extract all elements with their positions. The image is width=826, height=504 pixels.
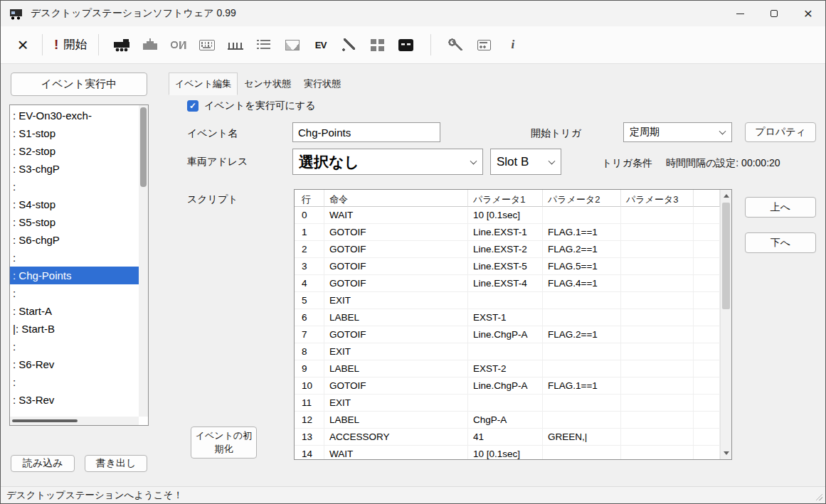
event-listbox: : EV-On30-exch-: S1-stop: S2-stop: S3-ch… — [9, 104, 149, 426]
vehicle-address-select[interactable]: 選択なし — [292, 149, 483, 175]
event-list-item[interactable]: : Chg-Points — [10, 267, 139, 284]
script-row[interactable]: 7GOTOIFLine.ChgP-AFLAG.2==1 — [295, 326, 720, 343]
script-col-header[interactable]: パラメータ3 — [621, 190, 694, 207]
script-col-header[interactable]: パラメータ1 — [468, 190, 543, 207]
keyboard-icon[interactable] — [196, 34, 218, 55]
stop-button[interactable]: × — [11, 33, 35, 57]
event-name-input[interactable] — [292, 122, 440, 142]
script-cell: ACCESSORY — [324, 429, 468, 446]
vehicle-address-label: 車両アドレス — [187, 156, 248, 168]
slot-select[interactable]: Slot B — [490, 149, 561, 175]
event-list-item[interactable]: : S3-Rev — [10, 391, 139, 409]
script-cell — [621, 309, 694, 326]
image-icon[interactable] — [281, 34, 303, 55]
enable-event-checkbox[interactable] — [187, 100, 198, 112]
script-cell: 8 — [295, 343, 324, 360]
minimize-button[interactable] — [723, 1, 757, 26]
script-row[interactable]: 2GOTOIFLine.EXST-2FLAG.2==1 — [295, 241, 720, 258]
script-cell: GOTOIF — [324, 377, 468, 395]
event-list-hscrollbar[interactable] — [10, 417, 139, 425]
event-list-item[interactable]: : S6-Rev — [10, 355, 139, 373]
scrollbar-thumb[interactable] — [722, 203, 730, 309]
script-cell: 14 — [295, 446, 324, 459]
start-trigger-select[interactable]: 定周期 — [623, 122, 732, 142]
resize-grip[interactable] — [815, 493, 822, 500]
event-list-item[interactable]: |: Start-B — [10, 320, 139, 338]
script-row[interactable]: 13ACCESSORY41GREEN,| — [295, 429, 720, 446]
event-list-item[interactable]: : — [10, 373, 139, 391]
list-icon[interactable] — [253, 34, 275, 55]
event-running-button[interactable]: イベント実行中 — [11, 73, 147, 96]
script-cell: WAIT — [324, 207, 468, 224]
ev-icon[interactable]: EV — [309, 34, 332, 55]
event-list-item[interactable]: : S2-stop — [10, 142, 139, 160]
script-cell: LABEL — [324, 412, 468, 429]
script-row[interactable]: 3GOTOIFLine.EXST-5FLAG.5==1 — [295, 258, 720, 275]
start-label: 開始 — [63, 37, 87, 53]
scroll-down-icon[interactable] — [724, 451, 729, 455]
info-icon[interactable]: i — [502, 34, 524, 55]
close-button[interactable] — [791, 1, 825, 26]
script-cell: 41 — [468, 429, 543, 446]
scrollbar-thumb[interactable] — [12, 419, 78, 422]
scrollbar-thumb[interactable] — [140, 107, 147, 187]
script-row[interactable]: 6LABELEXST-1 — [295, 309, 720, 326]
signal-icon[interactable] — [167, 34, 189, 55]
event-list-item[interactable]: : EV-On30-exch- — [10, 107, 139, 124]
event-list-item[interactable]: : — [10, 249, 139, 267]
event-list-item[interactable]: : — [10, 338, 139, 355]
grid-icon[interactable] — [366, 34, 388, 55]
event-list-item[interactable]: : S3-chgP — [10, 160, 139, 178]
event-list-item[interactable]: : S5-stop — [10, 213, 139, 231]
script-table-vscrollbar[interactable] — [720, 190, 731, 459]
script-row[interactable]: 0WAIT10 [0.1sec] — [295, 207, 720, 224]
locomotive-icon[interactable] — [110, 34, 132, 55]
properties-button[interactable]: プロパティ — [745, 122, 816, 142]
script-row[interactable]: 12LABELChgP-A — [295, 412, 720, 429]
pantograph-icon[interactable] — [139, 34, 161, 55]
script-cell: Line.EXST-5 — [468, 258, 543, 275]
script-row[interactable]: 11EXIT — [295, 395, 720, 412]
init-event-button[interactable]: イベントの初期化 — [191, 427, 257, 459]
script-row[interactable]: 1GOTOIFLine.EXST-1FLAG.1==1 — [295, 224, 720, 241]
event-list-item[interactable]: : S1-stop — [10, 124, 139, 142]
script-col-header[interactable]: 命令 — [324, 190, 468, 207]
script-cell: FLAG.2==1 — [543, 326, 621, 343]
script-cell: Line.EXST-2 — [468, 241, 543, 258]
script-row[interactable]: 8EXIT — [295, 343, 720, 360]
script-cell: EXST-1 — [468, 309, 543, 326]
script-row[interactable]: 14WAIT10 [0.1sec] — [295, 446, 720, 459]
wrench-icon[interactable] — [445, 34, 467, 55]
ruler-icon[interactable] — [224, 34, 246, 55]
tab-run-status[interactable]: 実行状態 — [297, 73, 347, 95]
slot-value: Slot B — [497, 155, 529, 169]
event-list-vscrollbar[interactable] — [139, 105, 148, 417]
script-row[interactable]: 4GOTOIFLine.EXST-4FLAG.4==1 — [295, 275, 720, 292]
event-list-item[interactable]: : — [10, 284, 139, 302]
statusbar: デスクトップステーションへようこそ！ — [1, 486, 825, 503]
event-list-item[interactable]: : S6-chgP — [10, 231, 139, 249]
script-col-header[interactable]: パラメータ2 — [543, 190, 621, 207]
scroll-up-icon[interactable] — [724, 194, 729, 198]
script-row[interactable]: 10GOTOIFLine.ChgP-AFLAG.1==1 — [295, 377, 720, 395]
script-row[interactable]: 9LABELEXST-2 — [295, 360, 720, 377]
script-col-header[interactable]: 行 — [295, 190, 324, 207]
script-cell-filler — [694, 377, 720, 395]
move-up-button[interactable]: 上へ — [745, 197, 816, 218]
event-list-item[interactable]: : — [10, 178, 139, 195]
maximize-button[interactable] — [757, 1, 791, 26]
export-button[interactable]: 書き出し — [85, 455, 147, 472]
s88-icon[interactable] — [395, 34, 417, 55]
tab-event-edit[interactable]: イベント編集 — [169, 73, 238, 95]
event-list-item[interactable]: : S4-stop — [10, 195, 139, 213]
start-button[interactable]: ! 開始 — [54, 37, 87, 53]
panel-icon[interactable] — [473, 34, 495, 55]
script-row[interactable]: 5EXIT — [295, 292, 720, 309]
script-cell: 11 — [295, 395, 324, 412]
script-label: スクリプト — [187, 193, 238, 206]
move-down-button[interactable]: 下へ — [745, 232, 816, 253]
load-button[interactable]: 読み込み — [11, 455, 75, 472]
pen-icon[interactable] — [338, 34, 360, 55]
event-list-item[interactable]: : Start-A — [10, 302, 139, 320]
tab-sensor-status[interactable]: センサ状態 — [238, 73, 297, 95]
